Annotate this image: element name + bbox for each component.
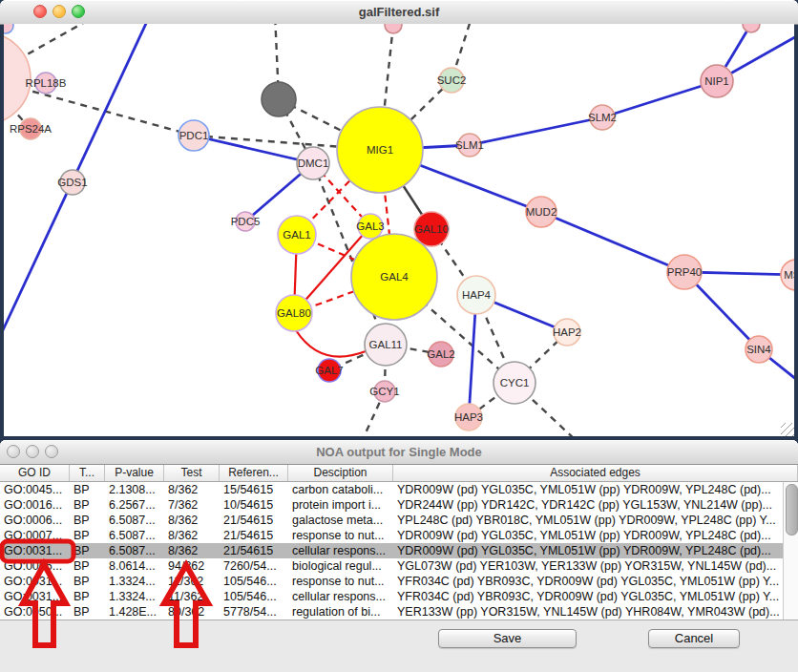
- cell: cellular respons...: [288, 589, 393, 604]
- node-GAL11[interactable]: [365, 324, 407, 366]
- cell: GO:0050...: [0, 604, 70, 620]
- node-SUC2[interactable]: [439, 68, 464, 93]
- node-RPS24A[interactable]: [20, 118, 41, 139]
- node-HAP3[interactable]: [455, 404, 482, 430]
- cell: BP: [70, 574, 105, 589]
- noa-window-title: NOA output for Single Mode: [0, 440, 798, 464]
- cell: 5778/54...: [220, 604, 288, 620]
- node-PDC1[interactable]: [178, 120, 209, 151]
- cell: YFR034C (pd) YBR093C, YDR009W (pd) YGL03…: [393, 574, 783, 589]
- table-row-3[interactable]: GO:0007...BP6.5087...8/36221/54615respon…: [0, 528, 783, 543]
- minimize-icon[interactable]: [52, 5, 66, 18]
- node-top-node-2[interactable]: [743, 24, 760, 32]
- edge-blue: [470, 117, 602, 145]
- minimize-icon[interactable]: [26, 445, 39, 458]
- cell: GO:0007...: [0, 528, 70, 543]
- network-window-titlebar: galFiltered.sif: [0, 0, 798, 25]
- node-GCY1[interactable]: [374, 381, 395, 402]
- resize-grip-icon[interactable]: [781, 423, 794, 436]
- node-GAL80[interactable]: [276, 295, 312, 331]
- cell: biological regul...: [288, 558, 393, 574]
- vertical-scrollbar[interactable]: [783, 482, 798, 620]
- cell: GO:0031...: [0, 589, 70, 604]
- node-SLM2[interactable]: [590, 105, 615, 130]
- node-big-circle[interactable]: [4, 32, 31, 124]
- node-top-left-node[interactable]: [4, 24, 13, 33]
- cell: protein import i...: [288, 497, 393, 513]
- node-HAP4[interactable]: [457, 276, 495, 314]
- cell: GO:0016...: [0, 497, 70, 513]
- network-canvas[interactable]: RPL18BRPS24AGDS1PDC1MIG1DMC1SUC2SLM1SLM2…: [4, 24, 794, 436]
- zoom-icon[interactable]: [45, 445, 58, 458]
- column-header-desciption[interactable]: Desciption: [288, 465, 393, 481]
- close-icon[interactable]: [33, 5, 47, 18]
- column-header-p-value[interactable]: P-value: [105, 465, 164, 481]
- table-row-1[interactable]: GO:0016...BP6.2567...7/36210/54615protei…: [0, 497, 783, 513]
- cell: BP: [70, 543, 105, 558]
- node-GAL4[interactable]: [351, 234, 437, 320]
- zoom-icon[interactable]: [72, 5, 85, 18]
- node-GDS1[interactable]: [60, 170, 85, 195]
- cell: response to nut...: [288, 528, 393, 543]
- column-header-referen-[interactable]: Referen...: [220, 465, 288, 481]
- edge-blue: [602, 81, 717, 117]
- cell: YFR034C (pd) YBR093C, YDR009W (pd) YGL03…: [393, 589, 783, 604]
- node-PDC5[interactable]: [236, 212, 255, 231]
- table-row-5[interactable]: GO:0065...BP8.0614...94/3627260/54...bio…: [0, 558, 783, 574]
- table-row-0[interactable]: GO:0045...BP2.1308...8/36215/54615carbon…: [0, 482, 783, 497]
- save-button[interactable]: Save: [438, 629, 577, 648]
- node-MUD2[interactable]: [526, 197, 556, 227]
- cell: GO:0045...: [0, 482, 70, 497]
- node-DMC1[interactable]: [297, 147, 329, 179]
- node-top-node-1[interactable]: [385, 24, 402, 33]
- cell: 11/362: [164, 589, 220, 604]
- node-NIP1[interactable]: [701, 65, 733, 97]
- node-GAL3[interactable]: [358, 214, 383, 239]
- column-header-t-[interactable]: T...: [70, 465, 105, 481]
- cell: GO:0031...: [0, 574, 70, 589]
- node-gray-node[interactable]: [262, 82, 296, 116]
- cell: BP: [70, 589, 105, 604]
- scrollbar-thumb[interactable]: [786, 484, 798, 536]
- node-GAL2[interactable]: [429, 342, 453, 367]
- node-HAP2[interactable]: [554, 319, 580, 346]
- cell: BP: [70, 497, 105, 513]
- table-row-8[interactable]: GO:0050...BP1.428E...80/3625778/54...reg…: [0, 604, 783, 620]
- node-MIG1[interactable]: [337, 107, 423, 193]
- cancel-button[interactable]: Cancel: [648, 629, 740, 648]
- desktop: { "network_window": { "title": "galFilte…: [0, 0, 798, 672]
- table-header-row: GO IDT...P-valueTestReferen...Desciption…: [0, 465, 798, 482]
- cell: cellular respons...: [288, 543, 393, 558]
- cell: 6.5087...: [105, 513, 164, 528]
- cell: 1.3324...: [105, 574, 164, 589]
- node-GAL7[interactable]: [318, 359, 341, 382]
- cell: 8.0614...: [105, 558, 164, 574]
- node-PRP40[interactable]: [667, 255, 702, 289]
- node-CYC1[interactable]: [494, 362, 536, 404]
- cell: carbon cataboli...: [288, 482, 393, 497]
- cell: 6.5087...: [105, 528, 164, 543]
- column-header-associated-edges[interactable]: Associated edges: [393, 465, 798, 481]
- table-row-4[interactable]: GO:0031...BP6.5087...8/36221/54615cellul…: [0, 543, 783, 558]
- table-row-6[interactable]: GO:0031...BP1.3324...11/362105/546...res…: [0, 574, 783, 589]
- cell: YDR009W (pd) YGL035C, YML051W (pp) YDR00…: [393, 528, 783, 543]
- close-icon[interactable]: [7, 445, 20, 458]
- node-SIN4[interactable]: [746, 336, 772, 363]
- cell: 8/362: [164, 513, 220, 528]
- column-header-go-id[interactable]: GO ID: [0, 465, 70, 481]
- cell: 94/362: [164, 558, 220, 574]
- node-RPL18B[interactable]: [35, 73, 56, 94]
- cell: 21/54615: [220, 528, 288, 543]
- node-GAL1[interactable]: [278, 216, 316, 254]
- table-row-7[interactable]: GO:0031...BP1.3324...11/362105/546...cel…: [0, 589, 783, 604]
- cell: 15/54615: [220, 482, 288, 497]
- column-header-test[interactable]: Test: [164, 465, 220, 481]
- cell: 2.1308...: [105, 482, 164, 497]
- table-row-2[interactable]: GO:0006...BP6.5087...8/36221/54615galact…: [0, 513, 783, 528]
- node-SLM1[interactable]: [458, 134, 481, 157]
- cell: YGL073W (pd) YER103W, YER133W (pp) YOR31…: [393, 558, 783, 574]
- table-body: GO:0045...BP2.1308...8/36215/54615carbon…: [0, 482, 798, 620]
- cell: 21/54615: [220, 543, 288, 558]
- node-MSN[interactable]: [781, 260, 794, 290]
- cell: 1.3324...: [105, 589, 164, 604]
